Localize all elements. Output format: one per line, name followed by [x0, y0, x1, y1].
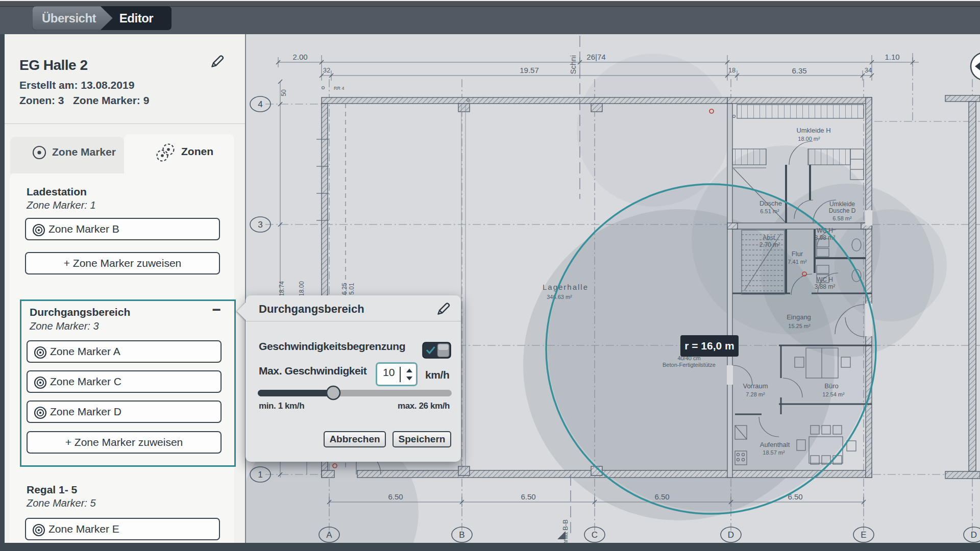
svg-text:D: D — [971, 530, 977, 540]
svg-text:346.63 m²: 346.63 m² — [547, 294, 572, 300]
svg-text:Dusche: Dusche — [760, 199, 782, 207]
svg-text:5.01: 5.01 — [348, 283, 355, 295]
svg-text:4: 4 — [258, 99, 262, 109]
svg-text:Übersicht: Übersicht — [42, 11, 96, 25]
svg-text:12.54 m²: 12.54 m² — [822, 391, 845, 397]
svg-text:1.10: 1.10 — [885, 53, 899, 61]
svg-text:Schni: Schni — [569, 55, 577, 74]
svg-text:18: 18 — [728, 66, 736, 74]
svg-text:WC H: WC H — [817, 276, 833, 283]
svg-text:Beton-Fertigteilstütze: Beton-Fertigteilstütze — [663, 362, 716, 368]
svg-text:Aufenthalt: Aufenthalt — [760, 441, 790, 448]
svg-text:34: 34 — [865, 66, 872, 74]
svg-text:Büro: Büro — [824, 382, 838, 390]
svg-text:hnitt B-B: hnitt B-B — [561, 519, 569, 543]
svg-text:Vorraum: Vorraum — [743, 382, 768, 390]
svg-text:D: D — [728, 530, 734, 540]
svg-text:6.50: 6.50 — [521, 492, 535, 501]
svg-text:E: E — [861, 530, 866, 540]
svg-text:6.50: 6.50 — [654, 492, 669, 501]
svg-text:6.25: 6.25 — [341, 283, 348, 295]
svg-text:18.00 m²: 18.00 m² — [798, 136, 820, 142]
svg-text:RR 4: RR 4 — [334, 86, 345, 91]
svg-text:18.74: 18.74 — [278, 281, 285, 296]
svg-text:A: A — [326, 530, 332, 540]
svg-text:26|74: 26|74 — [586, 53, 605, 61]
svg-text:1: 1 — [258, 470, 262, 480]
svg-text:Umkleide H: Umkleide H — [796, 127, 830, 134]
svg-text:15.25 m²: 15.25 m² — [788, 323, 811, 329]
svg-text:7.28 m²: 7.28 m² — [746, 391, 765, 397]
svg-text:Dusche D: Dusche D — [829, 207, 856, 214]
svg-text:C: C — [592, 530, 598, 540]
svg-text:Flur: Flur — [792, 250, 803, 258]
svg-text:2.00: 2.00 — [292, 53, 307, 61]
svg-text:Editor: Editor — [119, 11, 153, 25]
svg-text:7.41 m²: 7.41 m² — [788, 259, 807, 265]
svg-text:18.57 m²: 18.57 m² — [763, 449, 785, 456]
svg-text:18.00: 18.00 — [298, 281, 305, 296]
svg-text:2.70 m²: 2.70 m² — [760, 241, 780, 248]
svg-text:6.35: 6.35 — [792, 66, 806, 75]
svg-text:Lagerhalle: Lagerhalle — [543, 283, 589, 291]
svg-text:6.50: 6.50 — [388, 492, 403, 501]
svg-text:Eingang: Eingang — [787, 313, 811, 321]
svg-text:32: 32 — [323, 66, 330, 74]
svg-text:Umkleide: Umkleide — [829, 201, 855, 208]
svg-text:50: 50 — [280, 89, 287, 96]
svg-text:r = 16,0 m: r = 16,0 m — [684, 340, 734, 352]
svg-text:3: 3 — [258, 220, 262, 230]
svg-text:3.88 m²: 3.88 m² — [815, 283, 836, 290]
svg-text:19.57: 19.57 — [520, 66, 539, 74]
svg-text:6.58 m²: 6.58 m² — [832, 215, 852, 221]
svg-text:Abst.: Abst. — [763, 234, 776, 241]
svg-text:B: B — [459, 530, 464, 540]
